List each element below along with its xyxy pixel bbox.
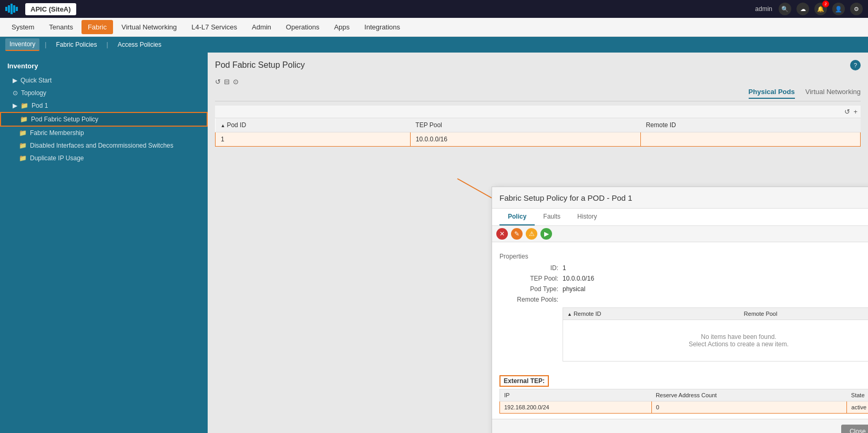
cisco-logo: APIC (SiteA) <box>5 3 76 15</box>
content-area: Pod Fabric Setup Policy ? ↺ ⊟ ⊙ Physical… <box>208 53 868 433</box>
svg-rect-3 <box>13 5 15 13</box>
ext-tep-header: External TEP: − + <box>499 375 868 387</box>
prop-id-value: 1 <box>563 264 566 272</box>
nav-fabric[interactable]: Fabric <box>81 20 113 34</box>
sidebar-item-duplicate-ip[interactable]: 📁 Duplicate IP Usage <box>0 152 208 164</box>
nav-bar: System Tenants Fabric Virtual Networking… <box>0 18 868 37</box>
quickstart-expand-icon: ▶ <box>13 77 17 84</box>
sub-nav: Inventory | Fabric Policies | Access Pol… <box>0 37 868 53</box>
col-remote-id: Remote ID <box>640 118 860 132</box>
svg-rect-1 <box>8 5 10 13</box>
top-icons: 🔍 ☁ 🔔 2 👤 ⚙ <box>779 3 863 15</box>
more-icon-btn[interactable]: ⊙ <box>233 78 239 86</box>
cloud-icon-btn[interactable]: ☁ <box>796 3 809 15</box>
refresh-icon-btn[interactable]: ↺ <box>215 78 221 86</box>
apic-title: APIC (SiteA) <box>25 3 76 15</box>
modal-tabs: Policy Faults History <box>492 209 868 226</box>
table-add-btn[interactable]: + <box>853 108 857 116</box>
cell-ip: 192.168.200.0/24 <box>500 401 652 414</box>
nav-l4l7[interactable]: L4-L7 Services <box>185 20 243 34</box>
action-warn-btn[interactable]: ⚠ <box>526 228 537 240</box>
ext-tep-row[interactable]: 192.168.200.0/24 0 active <box>500 401 869 414</box>
sidebar-label-topology: Topology <box>21 89 46 97</box>
modal-tab-policy[interactable]: Policy <box>499 209 535 225</box>
pod-fabric-folder-icon: 📁 <box>20 116 28 123</box>
table-toolbar: ↺ + <box>215 106 861 118</box>
sidebar-item-quickstart[interactable]: ▶ Quick Start <box>0 74 208 87</box>
action-delete-btn[interactable]: ✕ <box>496 228 508 240</box>
subnav-access-policies[interactable]: Access Policies <box>114 39 166 50</box>
sidebar-item-disabled-interfaces[interactable]: 📁 Disabled Interfaces and Decommissioned… <box>0 139 208 152</box>
remote-pools-table: ▲Remote ID Remote Pool No items have bee <box>563 307 868 362</box>
sidebar-title: Inventory <box>0 58 208 74</box>
search-icon-btn[interactable]: 🔍 <box>779 3 791 15</box>
user-icon-btn[interactable]: 👤 <box>832 3 845 15</box>
prop-podtype-label: Pod Type: <box>499 285 563 293</box>
cell-state: active <box>847 401 868 414</box>
svg-rect-0 <box>5 7 7 11</box>
content-toolbar: ↺ ⊟ ⊙ <box>215 78 861 86</box>
prop-tep-label: TEP Pool: <box>499 275 563 282</box>
nav-operations[interactable]: Operations <box>280 20 326 34</box>
action-edit-btn[interactable]: ✎ <box>511 228 523 240</box>
close-button[interactable]: Close <box>841 425 868 433</box>
cell-tep-pool: 10.0.0.0/16 <box>410 132 640 147</box>
nav-system[interactable]: System <box>5 20 40 34</box>
pods-table: ▲Pod ID TEP Pool Remote ID 1 10.0.0.0/16 <box>215 118 861 147</box>
tab-virtual-networking[interactable]: Virtual Networking <box>805 88 861 99</box>
notification-badge: 2 <box>822 1 829 7</box>
duplicate-ip-folder-icon: 📁 <box>19 154 27 162</box>
sidebar-item-fabric-membership[interactable]: 📁 Fabric Membership <box>0 127 208 139</box>
top-bar: APIC (SiteA) admin 🔍 ☁ 🔔 2 👤 ⚙ <box>0 0 868 18</box>
svg-rect-4 <box>16 7 18 11</box>
table-row[interactable]: 1 10.0.0.0/16 <box>216 132 861 147</box>
modal-tab-history[interactable]: History <box>569 209 605 225</box>
properties-title: Properties <box>499 253 868 260</box>
prop-podtype-value: physical <box>563 285 585 293</box>
sidebar-item-topology[interactable]: ⊙ Topology <box>0 87 208 99</box>
prop-id-row: ID: 1 <box>499 264 868 272</box>
ext-tep-label: External TEP: <box>499 375 549 387</box>
settings2-icon-btn[interactable]: ⊟ <box>224 78 230 86</box>
remote-pools-label: Remote Pools: <box>499 296 563 303</box>
sidebar-label-disabled-interfaces: Disabled Interfaces and Decommissioned S… <box>30 142 173 149</box>
sidebar-label-pod-fabric-setup: Pod Fabric Setup Policy <box>31 116 98 123</box>
col-tep-pool: TEP Pool <box>410 118 640 132</box>
notification-btn[interactable]: 🔔 2 <box>814 3 827 15</box>
no-items-msg: No items have been found. Select Actions… <box>567 323 868 358</box>
top-right-area: admin 🔍 ☁ 🔔 2 👤 ⚙ <box>755 3 863 15</box>
settings-icon-btn[interactable]: ⚙ <box>850 3 863 15</box>
col-ip: IP <box>500 389 652 401</box>
cell-pod-id: 1 <box>216 132 411 147</box>
sidebar-item-pod1[interactable]: ▶ 📁 Pod 1 <box>0 99 208 112</box>
prop-id-label: ID: <box>499 264 563 272</box>
subnav-fabric-policies[interactable]: Fabric Policies <box>52 39 101 50</box>
modal-title: Fabric Setup Policy for a POD - Pod 1 <box>499 193 632 202</box>
col-reserve-addr: Reserve Address Count <box>651 389 847 401</box>
modal-tab-faults[interactable]: Faults <box>535 209 569 225</box>
col-state: State <box>847 389 868 401</box>
subnav-inventory[interactable]: Inventory <box>5 38 39 51</box>
nav-integrations[interactable]: Integrations <box>358 20 406 34</box>
modal-content: Properties ID: 1 TEP Pool: 10.0.0.0/16 P… <box>492 242 868 419</box>
content-title: Pod Fabric Setup Policy <box>215 60 305 70</box>
help-icon-btn[interactable]: ? <box>850 60 861 70</box>
no-items-cell: No items have been found. Select Actions… <box>563 320 869 362</box>
sidebar-label-pod1: Pod 1 <box>32 102 48 109</box>
nav-tenants[interactable]: Tenants <box>43 20 79 34</box>
action-go-btn[interactable]: ▶ <box>540 228 552 240</box>
pod1-expand-icon: ▶ <box>13 102 17 109</box>
nav-apps[interactable]: Apps <box>328 20 356 34</box>
nav-virtual-networking[interactable]: Virtual Networking <box>115 20 183 34</box>
fabric-membership-folder-icon: 📁 <box>19 129 27 137</box>
tab-physical-pods[interactable]: Physical Pods <box>749 88 795 99</box>
modal-footer: Close Submit <box>492 419 868 433</box>
table-refresh-btn[interactable]: ↺ <box>844 108 850 116</box>
content-tool-icons: ↺ ⊟ ⊙ <box>215 78 239 86</box>
no-items-row: No items have been found. Select Actions… <box>563 320 869 362</box>
prop-tep-value: 10.0.0.0/16 <box>563 275 594 282</box>
sidebar-label-duplicate-ip: Duplicate IP Usage <box>30 154 84 162</box>
sidebar-item-pod-fabric-setup[interactable]: 📁 Pod Fabric Setup Policy <box>0 112 208 127</box>
nav-admin[interactable]: Admin <box>246 20 278 34</box>
cell-reserve-addr-count: 0 <box>651 401 847 414</box>
